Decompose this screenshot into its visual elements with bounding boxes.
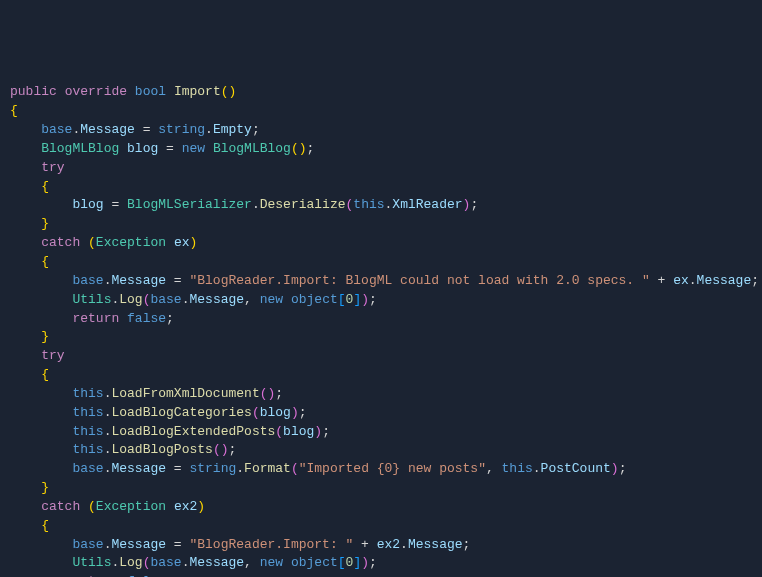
keyword: override xyxy=(65,84,127,99)
method: LoadBlogPosts xyxy=(111,442,212,457)
method: Log xyxy=(119,555,142,570)
variable: ex2 xyxy=(377,537,400,552)
type: BlogMLBlog xyxy=(213,141,291,156)
property: PostCount xyxy=(541,461,611,476)
type-keyword: bool xyxy=(135,84,166,99)
property: Message xyxy=(111,273,166,288)
property: Message xyxy=(111,537,166,552)
string-literal: "BlogReader.Import: BlogML could not loa… xyxy=(189,273,649,288)
code-line: base.Message = string.Format("Imported {… xyxy=(10,460,752,479)
type: BlogMLSerializer xyxy=(127,197,252,212)
type: Exception xyxy=(96,499,166,514)
string-literal: "BlogReader.Import: " xyxy=(189,537,353,552)
brace: { xyxy=(41,179,49,194)
keyword: object xyxy=(291,555,338,570)
property: Message xyxy=(111,461,166,476)
property: Message xyxy=(697,273,752,288)
method: LoadFromXmlDocument xyxy=(111,386,259,401)
keyword: try xyxy=(41,348,64,363)
property: Message xyxy=(408,537,463,552)
keyword: this xyxy=(72,386,103,401)
code-line: return false; xyxy=(10,573,752,577)
code-line: { xyxy=(10,517,752,536)
brace: { xyxy=(10,103,18,118)
code-line: base.Message = "BlogReader.Import: " + e… xyxy=(10,536,752,555)
code-line: catch (Exception ex) xyxy=(10,234,752,253)
code-line: this.LoadFromXmlDocument(); xyxy=(10,385,752,404)
keyword: string xyxy=(158,122,205,137)
keyword: try xyxy=(41,160,64,175)
brace: { xyxy=(41,518,49,533)
code-editor[interactable]: public override bool Import(){ base.Mess… xyxy=(10,83,752,577)
keyword: string xyxy=(189,461,236,476)
code-line: { xyxy=(10,178,752,197)
brace: } xyxy=(41,216,49,231)
code-line: { xyxy=(10,253,752,272)
code-line: } xyxy=(10,479,752,498)
variable: ex2 xyxy=(174,499,197,514)
code-line: catch (Exception ex2) xyxy=(10,498,752,517)
keyword: this xyxy=(502,461,533,476)
method-name: Import xyxy=(174,84,221,99)
type: Utils xyxy=(72,555,111,570)
code-line: return false; xyxy=(10,310,752,329)
method: Log xyxy=(119,292,142,307)
keyword: base xyxy=(150,292,181,307)
brace: { xyxy=(41,367,49,382)
property: XmlReader xyxy=(392,197,462,212)
keyword: false xyxy=(127,311,166,326)
keyword: this xyxy=(72,424,103,439)
keyword: object xyxy=(291,292,338,307)
brace: { xyxy=(41,254,49,269)
variable: blog xyxy=(283,424,314,439)
string-literal: "Imported {0} new posts" xyxy=(299,461,486,476)
keyword: return xyxy=(72,311,119,326)
code-line: this.LoadBlogPosts(); xyxy=(10,441,752,460)
method: LoadBlogCategories xyxy=(111,405,251,420)
keyword: catch xyxy=(41,499,80,514)
code-line: this.LoadBlogExtendedPosts(blog); xyxy=(10,423,752,442)
code-line: this.LoadBlogCategories(blog); xyxy=(10,404,752,423)
keyword: this xyxy=(353,197,384,212)
code-line: blog = BlogMLSerializer.Deserialize(this… xyxy=(10,196,752,215)
code-line: } xyxy=(10,215,752,234)
brace: } xyxy=(41,480,49,495)
type: BlogMLBlog xyxy=(41,141,119,156)
keyword: base xyxy=(41,122,72,137)
code-line: Utils.Log(base.Message, new object[0]); xyxy=(10,554,752,573)
keyword: base xyxy=(72,461,103,476)
code-line: { xyxy=(10,366,752,385)
code-line: try xyxy=(10,159,752,178)
code-line: { xyxy=(10,102,752,121)
property: Message xyxy=(80,122,135,137)
keyword: new xyxy=(182,141,205,156)
method: LoadBlogExtendedPosts xyxy=(111,424,275,439)
code-line: BlogMLBlog blog = new BlogMLBlog(); xyxy=(10,140,752,159)
code-line: base.Message = string.Empty; xyxy=(10,121,752,140)
type: Utils xyxy=(72,292,111,307)
variable: ex xyxy=(673,273,689,288)
keyword: base xyxy=(150,555,181,570)
keyword: this xyxy=(72,405,103,420)
property: Empty xyxy=(213,122,252,137)
code-line: } xyxy=(10,328,752,347)
property: Message xyxy=(190,555,245,570)
code-line: Utils.Log(base.Message, new object[0]); xyxy=(10,291,752,310)
keyword: this xyxy=(72,442,103,457)
method: Format xyxy=(244,461,291,476)
keyword: new xyxy=(260,292,283,307)
keyword: base xyxy=(72,537,103,552)
variable: ex xyxy=(174,235,190,250)
property: Message xyxy=(190,292,245,307)
variable: blog xyxy=(127,141,158,156)
variable: blog xyxy=(260,405,291,420)
code-line: base.Message = "BlogReader.Import: BlogM… xyxy=(10,272,752,291)
code-line: public override bool Import() xyxy=(10,83,752,102)
type: Exception xyxy=(96,235,166,250)
keyword: catch xyxy=(41,235,80,250)
variable: blog xyxy=(72,197,103,212)
keyword: base xyxy=(72,273,103,288)
brace: } xyxy=(41,329,49,344)
keyword: public xyxy=(10,84,57,99)
method: Deserialize xyxy=(260,197,346,212)
